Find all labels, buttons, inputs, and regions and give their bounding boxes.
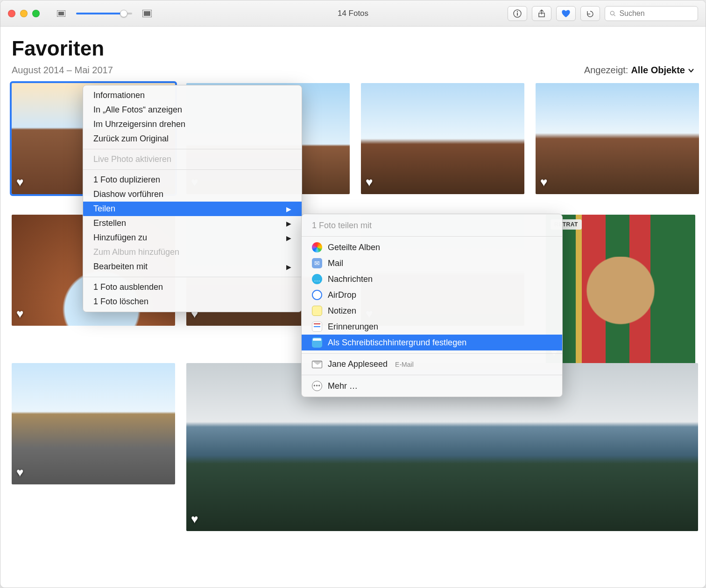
slider-fill (76, 13, 124, 14)
share-label: Nachrichten (328, 274, 373, 284)
photo-grid: ♥ ♥ ♥ ♥ ♥ ♥ ♥ RETRAT ♥ (12, 83, 694, 588)
ctx-item-hide[interactable]: 1 Foto ausblenden (83, 280, 302, 294)
app-window: 14 Fotos Favoriten August 2014 – Mai 201 (0, 0, 706, 588)
more-label: Mehr … (328, 381, 358, 391)
share-item-reminders[interactable]: Erinnerungen (302, 319, 562, 335)
titlebar: 14 Fotos (0, 0, 706, 27)
share-item-desktop-background[interactable]: Als Schreibtischhintergrund festlegen (302, 335, 562, 350)
airdrop-icon (312, 290, 322, 300)
share-item-notes[interactable]: Notizen (302, 303, 562, 319)
ctx-label: Teilen (93, 204, 115, 214)
ctx-separator (83, 149, 302, 149)
favorite-badge-icon: ♥ (366, 175, 373, 189)
share-item-airdrop[interactable]: AirDrop (302, 287, 562, 303)
share-item-messages[interactable]: …Nachrichten (302, 271, 562, 287)
ctx-label: Bearbeiten mit (93, 262, 148, 272)
ctx-item-rotate[interactable]: Im Uhrzeigersinn drehen (83, 117, 302, 132)
photo-thumb[interactable]: ♥ (12, 363, 175, 484)
share-item-mail[interactable]: ✉Mail (302, 255, 562, 271)
share-label: Notizen (328, 306, 356, 316)
ctx-item-create[interactable]: Erstellen▶ (83, 216, 302, 231)
share-label: Erinnerungen (328, 322, 378, 332)
favorite-badge-icon: ♥ (16, 307, 23, 321)
ctx-separator (302, 353, 562, 354)
thumbnail-small-icon[interactable] (53, 7, 70, 21)
ctx-item-live-photo: Live Photo aktivieren (83, 152, 302, 167)
search-field[interactable] (605, 6, 698, 21)
ctx-item-show-in-all[interactable]: In „Alle Fotos“ anzeigen (83, 103, 302, 117)
ctx-item-delete[interactable]: 1 Foto löschen (83, 294, 302, 309)
svg-rect-3 (144, 11, 150, 16)
ctx-label: Diashow vorführen (93, 189, 163, 199)
share-label: Geteilte Alben (328, 243, 380, 252)
svg-point-8 (610, 11, 614, 15)
search-icon (610, 10, 615, 17)
submenu-arrow-icon: ▶ (286, 263, 291, 271)
content-area: Favoriten August 2014 – Mai 2017 Angezei… (0, 27, 706, 588)
ctx-item-add-album: Zum Album hinzufügen (83, 245, 302, 259)
favorite-badge-icon: ♥ (16, 175, 23, 189)
svg-rect-1 (58, 12, 64, 15)
svg-point-5 (517, 11, 518, 12)
contact-sub: E-Mail (395, 361, 414, 368)
window-zoom-button[interactable] (32, 10, 40, 17)
ctx-label: Erstellen (93, 218, 126, 228)
info-button[interactable] (508, 6, 527, 21)
toolbar-right (508, 6, 698, 21)
traffic-lights (8, 10, 40, 17)
ctx-item-share[interactable]: Teilen▶ (83, 202, 302, 216)
photo-thumb[interactable]: ♥ (536, 83, 699, 194)
share-label: Als Schreibtischhintergrund festlegen (328, 338, 466, 348)
ctx-item-duplicate[interactable]: 1 Foto duplizieren (83, 173, 302, 187)
ctx-separator (302, 236, 562, 237)
ctx-item-add-to[interactable]: Hinzufügen zu▶ (83, 231, 302, 245)
ctx-label: Live Photo aktivieren (93, 154, 171, 164)
photos-icon (312, 242, 322, 252)
chevron-down-icon (688, 68, 694, 73)
submenu-arrow-icon: ▶ (286, 234, 291, 242)
favorite-button[interactable] (556, 6, 576, 21)
svg-rect-6 (517, 13, 518, 15)
ctx-separator (302, 375, 562, 375)
desktop-icon (312, 337, 322, 348)
share-button[interactable] (532, 6, 551, 21)
thumbnail-large-icon[interactable] (139, 7, 155, 21)
ctx-item-edit-with[interactable]: Bearbeiten mit▶ (83, 259, 302, 274)
favorite-badge-icon: ♥ (540, 175, 547, 189)
showing-value: Alle Objekte (631, 65, 685, 76)
photo-thumb[interactable]: ♥ (361, 83, 524, 194)
messages-icon: … (312, 274, 322, 284)
ctx-label: Im Uhrzeigersinn drehen (93, 119, 185, 129)
date-range: August 2014 – Mai 2017 (12, 65, 113, 76)
envelope-icon (312, 361, 322, 368)
contact-name: Jane Appleseed (328, 359, 388, 369)
window-close-button[interactable] (8, 10, 15, 17)
context-menu: Informationen In „Alle Fotos“ anzeigen I… (83, 85, 302, 312)
ctx-label: Hinzufügen zu (93, 233, 147, 243)
ctx-item-info[interactable]: Informationen (83, 88, 302, 103)
share-item-more[interactable]: ••• Mehr … (302, 378, 562, 394)
showing-filter[interactable]: Angezeigt: Alle Objekte (584, 65, 694, 76)
ctx-item-slideshow[interactable]: Diashow vorführen (83, 187, 302, 202)
ctx-label: 1 Foto löschen (93, 297, 148, 307)
ctx-separator (83, 169, 302, 170)
showing-label: Angezeigt: (584, 65, 628, 76)
rotate-button[interactable] (580, 6, 600, 21)
notes-icon (312, 306, 322, 316)
ctx-label: In „Alle Fotos“ anzeigen (93, 105, 182, 115)
submenu-arrow-icon: ▶ (286, 205, 291, 213)
share-label: Mail (328, 259, 343, 268)
photo-thumb[interactable]: RETRAT ♥ (546, 215, 695, 364)
favorite-badge-icon: ♥ (16, 465, 23, 480)
search-input[interactable] (619, 9, 693, 18)
slider-thumb[interactable] (120, 10, 127, 17)
share-item-contact[interactable]: Jane Appleseed E-Mail (302, 357, 562, 372)
slider-track[interactable] (76, 13, 132, 14)
page-title: Favoriten (12, 37, 694, 60)
ctx-label: Zurück zum Original (93, 134, 169, 144)
zoom-slider[interactable] (76, 13, 132, 14)
ctx-item-revert[interactable]: Zurück zum Original (83, 132, 302, 146)
submenu-arrow-icon: ▶ (286, 220, 291, 227)
share-item-shared-albums[interactable]: Geteilte Alben (302, 239, 562, 255)
window-minimize-button[interactable] (20, 10, 28, 17)
